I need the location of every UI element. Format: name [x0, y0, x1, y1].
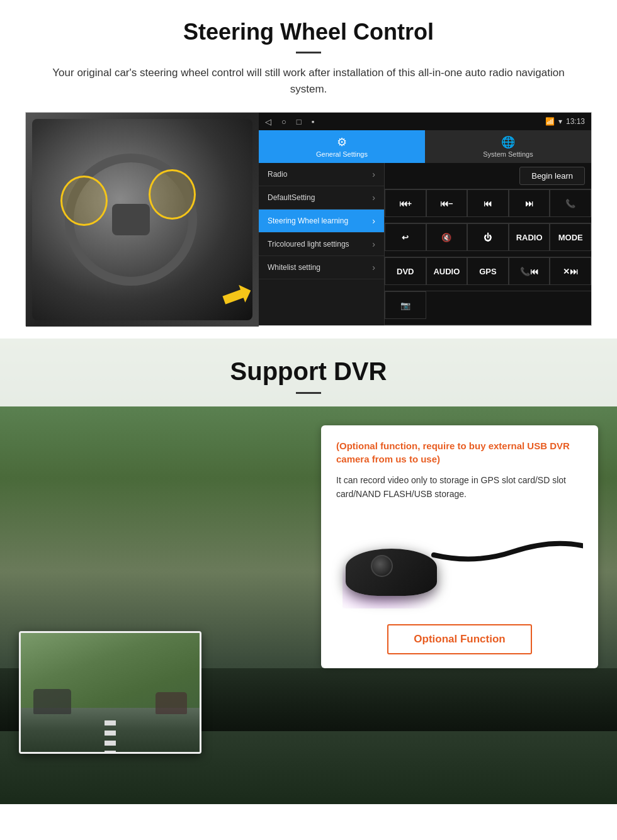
- menu-item-steering-learning[interactable]: Steering Wheel learning ›: [259, 210, 384, 233]
- dvr-section: Support DVR (Optional function, require …: [0, 339, 617, 804]
- phone-prev-button[interactable]: 📞⏮: [509, 257, 550, 285]
- next-button[interactable]: ⏭: [509, 189, 550, 217]
- mute-button[interactable]: 🔇: [426, 223, 468, 251]
- menu-item-default[interactable]: DefaultSetting ›: [259, 186, 384, 210]
- vol-up-button[interactable]: ⏮+: [385, 189, 426, 217]
- camera-button[interactable]: 📷: [385, 291, 426, 319]
- vol-down-button[interactable]: ⏮−: [426, 189, 468, 217]
- tab-system-label: System Settings: [483, 150, 533, 158]
- control-row-4: 📷: [385, 291, 591, 325]
- system-icon: 🌐: [501, 135, 515, 149]
- control-row-2: ↩ 🔇 ⏻ RADIO MODE: [385, 223, 591, 257]
- begin-learn-row: Begin learn: [385, 163, 591, 189]
- right-highlight-circle: [149, 169, 196, 220]
- tab-system-settings[interactable]: 🌐 System Settings: [425, 130, 591, 163]
- menu-item-radio[interactable]: Radio ›: [259, 163, 384, 186]
- title-divider: [296, 52, 321, 53]
- dvd-button[interactable]: DVD: [385, 257, 426, 285]
- nav-home-icon[interactable]: ○: [281, 117, 286, 126]
- steering-ui-demo: ➡ ◁ ○ □ ▪ 📶 ▾ 13:13 ⚙: [25, 112, 592, 326]
- mode-button[interactable]: MODE: [550, 223, 591, 251]
- android-panel: ◁ ○ □ ▪ 📶 ▾ 13:13 ⚙ General Settings: [259, 113, 591, 325]
- control-row-3: DVD AUDIO GPS 📞⏮ ✕⏭: [385, 257, 591, 291]
- steering-subtitle: Your original car's steering wheel contr…: [50, 65, 567, 97]
- wifi-icon: ▾: [558, 117, 562, 126]
- chevron-icon: ›: [372, 239, 375, 249]
- dvr-content: (Optional function, require to buy exter…: [0, 406, 617, 668]
- chevron-icon: ›: [372, 169, 375, 179]
- steering-title: Steering Wheel Control: [25, 19, 592, 45]
- optional-function-button[interactable]: Optional Function: [387, 624, 531, 654]
- android-tabs: ⚙ General Settings 🌐 System Settings: [259, 130, 591, 163]
- dvr-screenshot: [19, 631, 201, 754]
- dvr-info-box: (Optional function, require to buy exter…: [321, 425, 598, 668]
- android-statusbar: ◁ ○ □ ▪ 📶 ▾ 13:13: [259, 113, 591, 130]
- dvr-camera-visual: [336, 514, 583, 615]
- phone-button[interactable]: 📞: [550, 189, 591, 217]
- menu-item-whitelist[interactable]: Whitelist setting ›: [259, 256, 384, 279]
- clock: 13:13: [566, 117, 585, 126]
- android-menu: Radio › DefaultSetting › Steering Wheel …: [259, 163, 591, 325]
- signal-icon: 📶: [545, 117, 555, 126]
- camera-cable-svg: [336, 514, 583, 615]
- menu-radio-label: Radio: [268, 170, 287, 179]
- control-button-grid: Begin learn ⏮+ ⏮− ⏮ ⏭ 📞 ↩ 🔇 ⏻: [385, 163, 591, 325]
- chevron-icon: ›: [372, 262, 375, 272]
- power-button[interactable]: ⏻: [467, 223, 509, 251]
- dvr-description: It can record video only to storage in G…: [336, 473, 583, 501]
- menu-tricoloured-label: Tricoloured light settings: [268, 240, 349, 249]
- statusbar-right: 📶 ▾ 13:13: [545, 117, 585, 126]
- steering-hub: [112, 204, 150, 235]
- dvr-optional-text: (Optional function, require to buy exter…: [336, 439, 583, 466]
- gps-button[interactable]: GPS: [467, 257, 509, 285]
- steering-section: Steering Wheel Control Your original car…: [0, 0, 617, 339]
- nav-menu-icon[interactable]: ▪: [312, 117, 315, 126]
- begin-learn-button[interactable]: Begin learn: [519, 167, 585, 185]
- dvr-title-area: Support DVR: [0, 339, 617, 406]
- nav-back-icon[interactable]: ◁: [265, 117, 271, 126]
- menu-item-tricoloured[interactable]: Tricoloured light settings ›: [259, 233, 384, 256]
- menu-whitelist-label: Whitelist setting: [268, 263, 320, 272]
- audio-button[interactable]: AUDIO: [426, 257, 468, 285]
- steering-wheel-image: ➡: [26, 113, 259, 327]
- prev-button[interactable]: ⏮: [467, 189, 509, 217]
- dvr-title: Support DVR: [0, 357, 617, 386]
- radio-button[interactable]: RADIO: [509, 223, 550, 251]
- chevron-icon: ›: [372, 193, 375, 203]
- left-highlight-circle: [60, 176, 108, 226]
- control-row-1: ⏮+ ⏮− ⏮ ⏭ 📞: [385, 189, 591, 223]
- chevron-icon: ›: [372, 216, 375, 226]
- tab-general-label: General Settings: [316, 150, 368, 158]
- tab-general-settings[interactable]: ⚙ General Settings: [259, 130, 425, 163]
- back-button[interactable]: ↩: [385, 223, 426, 251]
- skip-next-button[interactable]: ✕⏭: [550, 257, 591, 285]
- gear-icon: ⚙: [337, 135, 347, 149]
- menu-default-label: DefaultSetting: [268, 193, 315, 202]
- menu-list: Radio › DefaultSetting › Steering Wheel …: [259, 163, 385, 325]
- menu-steering-label: Steering Wheel learning: [268, 216, 348, 225]
- dvr-divider: [296, 392, 321, 394]
- nav-recent-icon[interactable]: □: [297, 117, 302, 126]
- optional-button-area: Optional Function: [336, 624, 583, 654]
- nav-buttons: ◁ ○ □ ▪: [265, 117, 314, 126]
